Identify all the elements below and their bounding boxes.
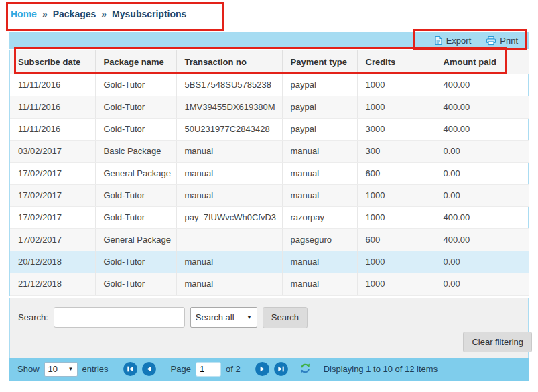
- table-cell: manual: [282, 162, 357, 184]
- print-button[interactable]: Print: [486, 36, 518, 46]
- search-field-selected-value: Search all: [196, 312, 234, 322]
- table-cell: paypal: [282, 96, 357, 118]
- table-cell: Gold-Tutor: [95, 184, 176, 206]
- table-cell: 400.00: [435, 96, 529, 118]
- export-document-icon: [433, 36, 443, 46]
- first-page-button[interactable]: [123, 362, 137, 376]
- table-cell: razorpay: [282, 206, 357, 228]
- table-cell: manual: [176, 251, 282, 273]
- table-cell: 0.00: [435, 273, 529, 295]
- table-cell: 1000: [357, 96, 435, 118]
- column-header[interactable]: Payment type: [282, 50, 357, 74]
- table-cell: Gold-Tutor: [95, 118, 176, 140]
- column-header[interactable]: Credits: [357, 50, 435, 74]
- table-cell: manual: [176, 184, 282, 206]
- table-cell: 400.00: [435, 118, 529, 140]
- export-button[interactable]: Export: [433, 36, 472, 46]
- table-cell: 5BS17548SU5785238: [176, 74, 282, 96]
- table-cell: 1000: [357, 273, 435, 295]
- table-cell: 11/11/2016: [10, 96, 95, 118]
- table-cell: manual: [282, 140, 357, 162]
- page-number-input[interactable]: [196, 362, 221, 377]
- table-cell: 0.00: [435, 184, 529, 206]
- page-label: Page: [171, 364, 191, 374]
- table-cell: 03/02/2017: [10, 140, 95, 162]
- table-row[interactable]: 11/11/2016Gold-Tutor50U231977C2843428pay…: [10, 118, 529, 140]
- search-field-select[interactable]: Search all ▼: [190, 307, 257, 328]
- table-cell: manual: [176, 140, 282, 162]
- table-cell: 0.00: [435, 251, 529, 273]
- next-page-icon: [259, 365, 266, 373]
- table-row[interactable]: 11/11/2016Gold-Tutor1MV39455DX619380Mpay…: [10, 96, 529, 118]
- table-cell: 0.00: [435, 140, 529, 162]
- clear-filtering-button[interactable]: Clear filtering: [463, 332, 532, 352]
- subscriptions-table: Subscribe datePackage nameTransaction no…: [9, 50, 529, 296]
- chevron-down-icon: ▼: [68, 366, 74, 372]
- breadcrumb-separator: »: [42, 9, 48, 19]
- table-cell: 3000: [357, 118, 435, 140]
- entries-selected-value: 10: [48, 364, 58, 374]
- table-cell: 1000: [357, 251, 435, 273]
- table-cell: manual: [282, 251, 357, 273]
- table-cell: manual: [282, 273, 357, 295]
- table-cell: paypal: [282, 118, 357, 140]
- table-row[interactable]: 17/02/2017Gold-Tutormanualmanual10000.00: [10, 184, 529, 206]
- table-cell: 1000: [357, 74, 435, 96]
- pagination-bar: Show 10 ▼ entries Page of 2: [9, 358, 529, 381]
- next-page-button[interactable]: [255, 362, 269, 376]
- table-cell: General Package: [95, 162, 176, 184]
- table-cell: 17/02/2017: [10, 162, 95, 184]
- table-row[interactable]: 17/02/2017General Packagepagseguro600400…: [10, 228, 529, 251]
- column-header[interactable]: Subscribe date: [10, 50, 95, 74]
- table-row[interactable]: 21/12/2018Gold-Tutormanualmanual10000.00: [10, 273, 529, 295]
- column-header[interactable]: Package name: [95, 50, 176, 74]
- table-cell: [176, 228, 282, 251]
- table-cell: manual: [176, 162, 282, 184]
- table-row[interactable]: 17/02/2017Gold-Tutorpay_7IUWvcWh0CfvD3ra…: [10, 206, 529, 228]
- table-cell: 11/11/2016: [10, 118, 95, 140]
- table-cell: 400.00: [435, 74, 529, 96]
- table-cell: 600: [357, 162, 435, 184]
- column-header[interactable]: Amount paid: [435, 50, 529, 74]
- table-header-row: Subscribe datePackage nameTransaction no…: [10, 50, 529, 74]
- table-cell: Gold-Tutor: [95, 206, 176, 228]
- last-page-icon: [277, 365, 285, 373]
- refresh-button[interactable]: [299, 363, 311, 376]
- table-cell: 300: [357, 140, 435, 162]
- refresh-icon: [299, 363, 311, 374]
- table-row[interactable]: 17/02/2017General Packagemanualmanual600…: [10, 162, 529, 184]
- entries-per-page-select[interactable]: 10 ▼: [44, 362, 78, 377]
- displaying-status: Displaying 1 to 10 of 12 items: [324, 364, 438, 374]
- search-input[interactable]: [54, 307, 185, 328]
- breadcrumb-current-page: Mysubscriptions: [112, 9, 186, 19]
- table-cell: 17/02/2017: [10, 228, 95, 251]
- table-cell: 1000: [357, 206, 435, 228]
- table-cell: 600: [357, 228, 435, 251]
- table-cell: manual: [176, 273, 282, 295]
- export-label: Export: [446, 36, 472, 46]
- column-header[interactable]: Transaction no: [176, 50, 282, 74]
- table-cell: 17/02/2017: [10, 184, 95, 206]
- first-page-icon: [127, 365, 134, 373]
- show-label: Show: [17, 364, 40, 374]
- previous-page-icon: [145, 365, 153, 373]
- subscriptions-panel: Export Print Subscribe datePackage nameT…: [9, 32, 529, 381]
- table-cell: 11/11/2016: [10, 74, 95, 96]
- table-row[interactable]: 11/11/2016Gold-Tutor5BS17548SU5785238pay…: [10, 74, 529, 96]
- table-cell: Gold-Tutor: [95, 251, 176, 273]
- previous-page-button[interactable]: [142, 362, 156, 376]
- breadcrumb-home-link[interactable]: Home: [11, 9, 37, 19]
- table-cell: Gold-Tutor: [95, 273, 176, 295]
- breadcrumb: Home » Packages » Mysubscriptions: [11, 9, 186, 19]
- table-cell: 1000: [357, 184, 435, 206]
- breadcrumb-packages-link[interactable]: Packages: [53, 9, 96, 19]
- table-toolbar: Export Print: [9, 32, 529, 49]
- search-button[interactable]: Search: [263, 307, 308, 328]
- table-footer-panel: Search: Search all ▼ Search Clear filter…: [9, 298, 529, 358]
- table-cell: 20/12/2018: [10, 251, 95, 273]
- last-page-button[interactable]: [274, 362, 288, 376]
- table-row[interactable]: 20/12/2018Gold-Tutormanualmanual10000.00: [10, 251, 529, 273]
- table-cell: Basic Package: [95, 140, 176, 162]
- table-row[interactable]: 03/02/2017Basic Packagemanualmanual3000.…: [10, 140, 529, 162]
- table-cell: pay_7IUWvcWh0CfvD3: [176, 206, 282, 228]
